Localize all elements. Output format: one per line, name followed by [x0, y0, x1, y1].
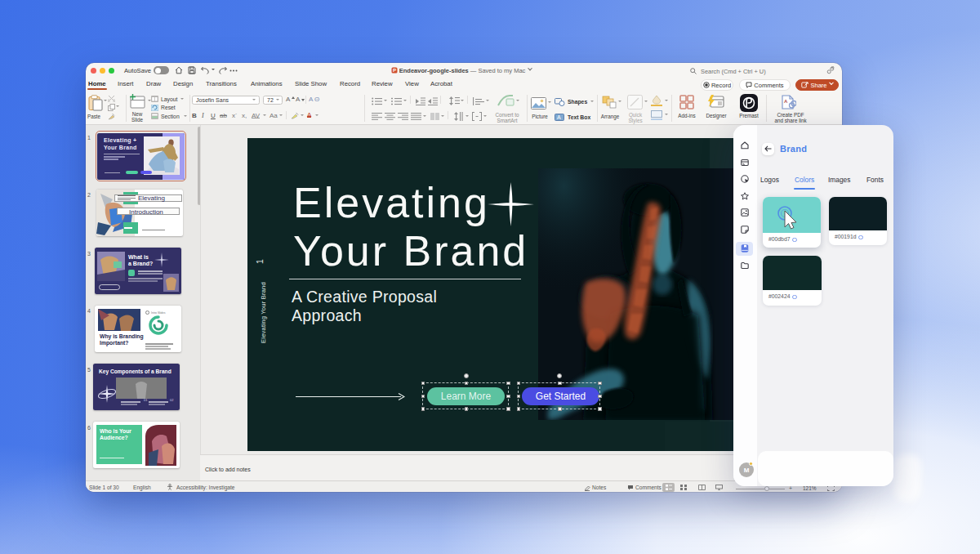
svg-text:A: A	[784, 99, 788, 104]
svg-text:A: A	[557, 114, 561, 120]
svg-text:P: P	[393, 68, 396, 73]
